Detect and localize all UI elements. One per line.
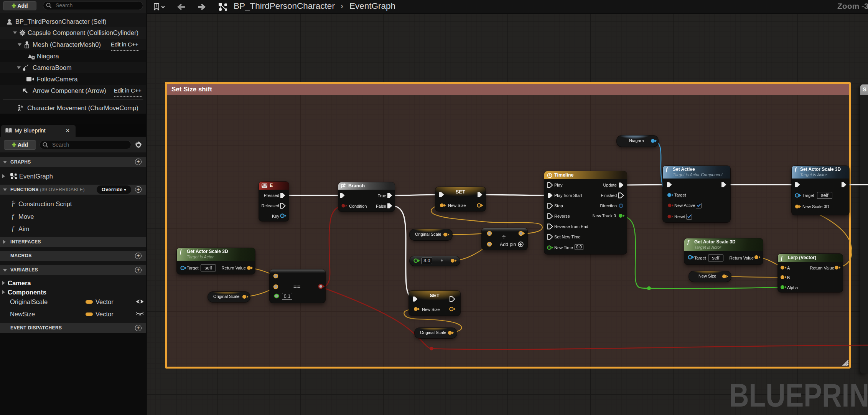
- svg-text:f: f: [12, 213, 15, 220]
- svg-text:f: f: [12, 225, 15, 232]
